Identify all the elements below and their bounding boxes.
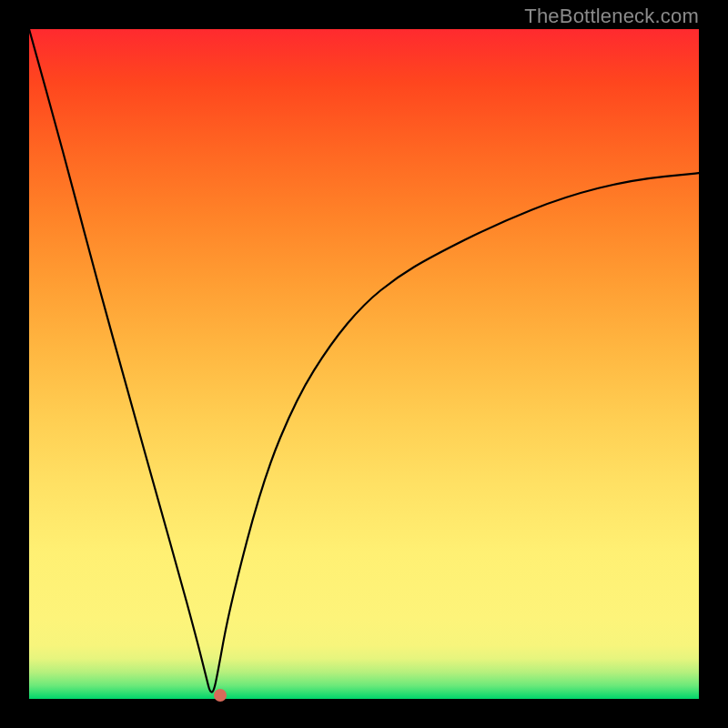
minimum-marker [214,689,227,702]
bottleneck-curve [29,29,699,699]
plot-area [29,29,699,699]
watermark-text: TheBottleneck.com [524,5,699,28]
chart-frame: TheBottleneck.com [0,0,728,728]
